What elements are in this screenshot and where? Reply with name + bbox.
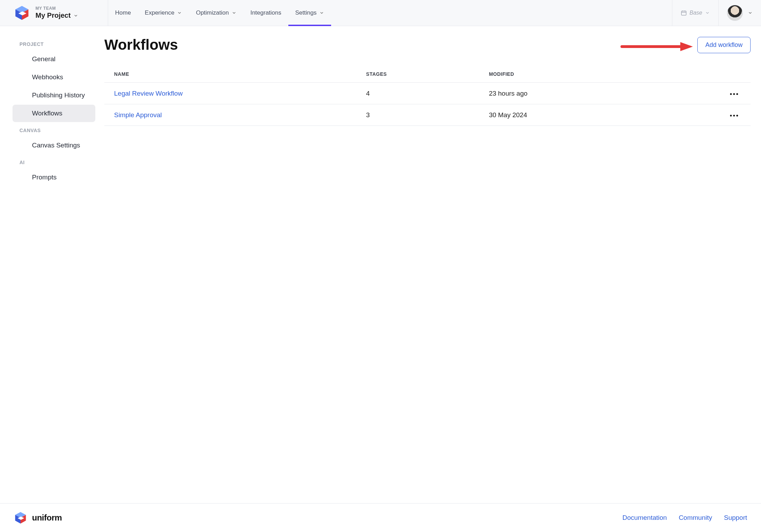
cell-modified: 23 hours ago — [479, 83, 686, 104]
table-row: Simple Approval330 May 2024 — [104, 104, 751, 126]
add-workflow-button[interactable]: Add workflow — [697, 37, 751, 53]
topnav-item-label: Home — [115, 9, 131, 16]
topnav-item[interactable]: Home — [108, 0, 138, 26]
topnav-item[interactable]: Optimization — [189, 0, 243, 26]
column-header-stages[interactable]: STAGES — [357, 66, 479, 83]
chevron-down-icon — [319, 10, 324, 15]
footer-brand-name: uniform — [32, 513, 62, 523]
avatar — [727, 5, 743, 21]
sidebar: PROJECTGeneralWebhooksPublishing History… — [0, 26, 101, 503]
sidebar-item[interactable]: Publishing History — [13, 87, 95, 104]
topnav-item-label: Settings — [295, 9, 317, 16]
topnav-item[interactable]: Experience — [138, 0, 189, 26]
chevron-down-icon — [177, 10, 182, 15]
workflow-link[interactable]: Legal Review Workflow — [114, 90, 183, 97]
footer-link[interactable]: Support — [724, 514, 747, 522]
topnav-item-label: Optimization — [196, 9, 229, 16]
chevron-down-icon — [705, 10, 710, 15]
cell-modified: 30 May 2024 — [479, 104, 686, 126]
sidebar-item[interactable]: Webhooks — [13, 68, 95, 86]
topnav-item[interactable]: Integrations — [243, 0, 288, 26]
footer-link[interactable]: Community — [679, 514, 712, 522]
row-actions-menu-icon[interactable] — [727, 90, 741, 98]
page-title: Workflows — [104, 37, 178, 53]
svg-rect-4 — [681, 11, 686, 15]
topnav-item[interactable]: Settings — [288, 0, 331, 26]
table-row: Legal Review Workflow423 hours ago — [104, 83, 751, 104]
chevron-down-icon — [232, 10, 237, 15]
topnav-item-label: Integrations — [250, 9, 281, 16]
team-label: MY TEAM — [35, 6, 78, 11]
project-name: My Project — [35, 11, 71, 20]
sidebar-section-title: AI — [0, 155, 101, 168]
user-menu[interactable] — [718, 0, 761, 26]
topnav-item-label: Experience — [145, 9, 174, 16]
uniform-logo-icon — [14, 5, 30, 21]
column-header-name[interactable]: NAME — [104, 66, 357, 83]
chevron-down-icon — [748, 10, 753, 15]
environment-name: Base — [690, 10, 702, 16]
project-switcher[interactable]: MY TEAM My Project — [0, 0, 108, 26]
cell-stages: 3 — [357, 104, 479, 126]
cell-stages: 4 — [357, 83, 479, 104]
sidebar-item[interactable]: General — [13, 50, 95, 68]
calendar-icon — [681, 10, 687, 16]
top-navigation: HomeExperienceOptimizationIntegrationsSe… — [108, 0, 672, 26]
main-content: Workflows Add workflow NAME STAGES MODIF… — [101, 26, 761, 503]
footer-links: DocumentationCommunitySupport — [623, 514, 747, 522]
workflows-table: NAME STAGES MODIFIED Legal Review Workfl… — [104, 66, 751, 126]
environment-picker[interactable]: Base — [672, 0, 718, 26]
uniform-logo-icon — [14, 511, 27, 524]
sidebar-item[interactable]: Prompts — [13, 169, 95, 186]
sidebar-section-title: CANVAS — [0, 123, 101, 136]
footer-link[interactable]: Documentation — [623, 514, 667, 522]
footer-brand: uniform — [14, 511, 62, 524]
sidebar-section-title: PROJECT — [0, 37, 101, 50]
chevron-down-icon — [73, 13, 78, 18]
footer: uniform DocumentationCommunitySupport — [0, 503, 761, 532]
column-header-modified[interactable]: MODIFIED — [479, 66, 686, 83]
sidebar-item[interactable]: Canvas Settings — [13, 137, 95, 154]
workflow-link[interactable]: Simple Approval — [114, 111, 162, 119]
sidebar-item[interactable]: Workflows — [13, 105, 95, 122]
topbar: MY TEAM My Project HomeExperienceOptimiz… — [0, 0, 761, 26]
row-actions-menu-icon[interactable] — [727, 112, 741, 119]
